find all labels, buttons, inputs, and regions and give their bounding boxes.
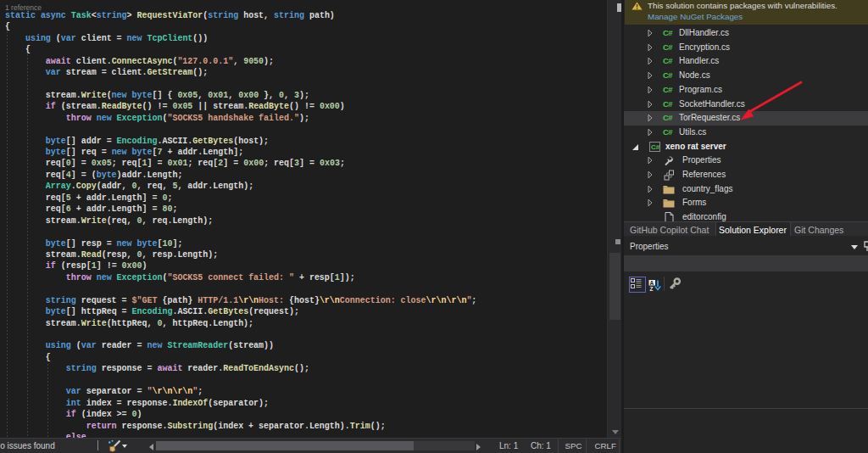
svg-text:C#: C# bbox=[651, 143, 660, 151]
svg-text:A: A bbox=[650, 280, 654, 286]
svg-text:Z: Z bbox=[649, 286, 653, 291]
